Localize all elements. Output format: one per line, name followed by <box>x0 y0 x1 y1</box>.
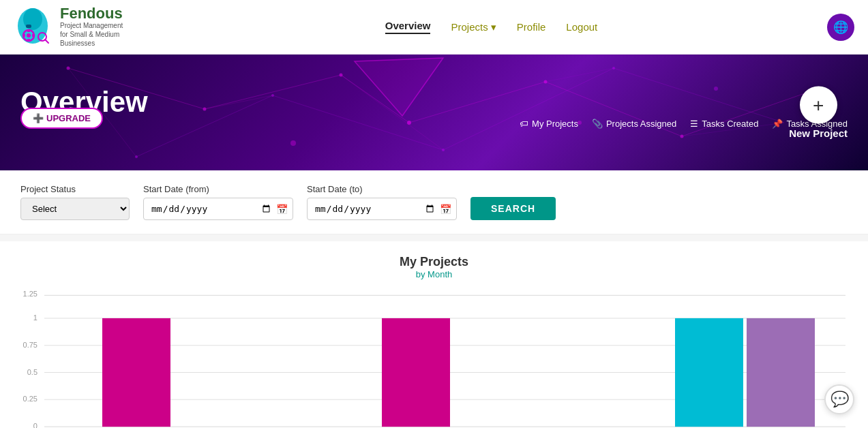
upgrade-plus-icon: ➕ <box>33 113 44 123</box>
tasks-assigned-icon: 📌 <box>772 119 783 129</box>
stat-my-projects[interactable]: 🏷 My Projects <box>520 119 578 129</box>
projects-assigned-label: Projects Assigned <box>606 119 676 129</box>
svg-rect-10 <box>26 25 31 28</box>
hero-content: Overview ➕ UPGRADE 🏷 My Projects 📎 Proje… <box>0 86 868 139</box>
app-name: Fendous <box>60 6 128 21</box>
stat-projects-assigned[interactable]: 📎 Projects Assigned <box>592 119 676 129</box>
svg-point-33 <box>290 140 296 146</box>
chat-icon: 💬 <box>830 391 849 408</box>
logo-icon <box>14 7 55 48</box>
nav-logout[interactable]: Logout <box>566 21 597 33</box>
project-status-label: Project Status <box>20 184 130 194</box>
start-date-from-label: Start Date (from) <box>143 184 293 194</box>
svg-text:1.25: 1.25 <box>23 290 38 298</box>
svg-text:0.75: 0.75 <box>23 341 38 349</box>
svg-line-39 <box>545 68 614 82</box>
chart-title: My Projects <box>20 255 848 269</box>
bar-april-past-due <box>382 318 450 427</box>
new-project-label: New Project <box>789 127 848 139</box>
my-projects-icon: 🏷 <box>520 119 528 129</box>
filters-section: Project Status Select Active Completed P… <box>0 170 868 234</box>
tasks-created-icon: ☰ <box>690 119 698 129</box>
start-date-to-input[interactable] <box>307 198 457 220</box>
svg-line-9 <box>45 40 48 43</box>
svg-rect-5 <box>27 39 30 42</box>
upgrade-label: UPGRADE <box>46 113 91 123</box>
navbar: Fendous Project Management for Small & M… <box>0 0 868 55</box>
chart-subtitle: by Month <box>20 269 848 279</box>
tasks-created-label: Tasks Created <box>702 119 758 129</box>
bar-may-not-started <box>747 318 815 427</box>
hero-banner: Overview ➕ UPGRADE 🏷 My Projects 📎 Proje… <box>0 55 868 170</box>
logo-text-area: Fendous Project Management for Small & M… <box>60 6 128 48</box>
project-status-select[interactable]: Select Active Completed Past Due <box>20 198 130 220</box>
projects-assigned-icon: 📎 <box>592 119 603 129</box>
svg-rect-7 <box>32 34 35 37</box>
project-status-group: Project Status Select Active Completed P… <box>20 184 130 220</box>
chart-svg: 0 0.25 0.5 0.75 1 1.25 March 2023 April <box>20 290 848 428</box>
upgrade-button[interactable]: ➕ UPGRADE <box>20 108 103 129</box>
start-date-from-input[interactable] <box>143 198 293 220</box>
bar-may-in-progress <box>675 318 743 427</box>
new-project-area: + New Project <box>789 87 848 139</box>
svg-text:0: 0 <box>33 422 38 428</box>
nav-right: 🌐 <box>827 14 854 41</box>
search-button[interactable]: SEARCH <box>470 197 556 220</box>
new-project-button[interactable]: + <box>800 87 837 124</box>
chart-container: 0 0.25 0.5 0.75 1 1.25 March 2023 April <box>20 290 848 428</box>
chat-button[interactable]: 💬 <box>824 384 854 414</box>
nav-projects[interactable]: Projects ▾ <box>451 21 496 33</box>
nav-profile[interactable]: Profile <box>517 21 546 33</box>
globe-button[interactable]: 🌐 <box>827 14 854 41</box>
app-tagline: Project Management for Small & Medium Bu… <box>60 21 128 48</box>
chart-section: My Projects by Month 0 0.25 0.5 0.75 1 1… <box>0 241 868 428</box>
svg-rect-6 <box>23 34 25 37</box>
nav-overview[interactable]: Overview <box>385 20 431 34</box>
start-date-from-group: Start Date (from) 📅 <box>143 184 293 220</box>
svg-text:0.25: 0.25 <box>23 395 38 403</box>
nav-links: Overview Projects ▾ Profile Logout <box>385 20 598 34</box>
svg-point-3 <box>27 33 31 37</box>
start-date-to-group: Start Date (to) 📅 <box>307 184 457 220</box>
logo-area: Fendous Project Management for Small & M… <box>14 6 128 48</box>
svg-text:0.5: 0.5 <box>27 367 38 376</box>
start-date-to-wrapper: 📅 <box>307 198 457 220</box>
stat-tasks-created[interactable]: ☰ Tasks Created <box>690 119 758 129</box>
svg-text:1: 1 <box>33 314 38 322</box>
svg-rect-4 <box>27 29 30 32</box>
my-projects-label: My Projects <box>532 119 578 129</box>
start-date-to-label: Start Date (to) <box>307 184 457 194</box>
bar-march-past-due <box>102 318 170 427</box>
start-date-from-wrapper: 📅 <box>143 198 293 220</box>
